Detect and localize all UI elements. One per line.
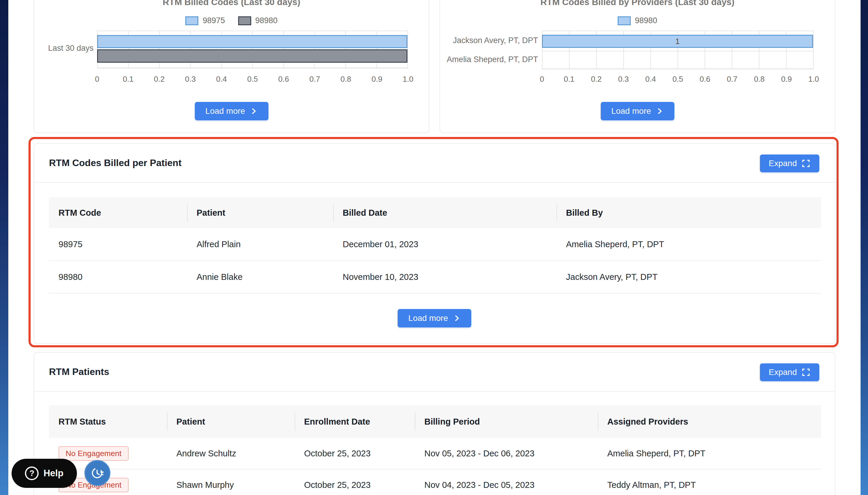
y-axis-category-label: Last 30 days <box>43 44 93 53</box>
dashboard-viewport: RTM Billed Codes (Last 30 days) 98975 98… <box>0 0 868 495</box>
table-row[interactable]: No Engagement Andrew Schultz October 25,… <box>49 438 821 470</box>
expand-button[interactable]: Expand <box>760 154 819 172</box>
column-header-billed-date: Billed Date <box>333 197 556 228</box>
x-tick: 0 <box>95 74 99 84</box>
table-row[interactable]: 98975 Alfred Plain December 01, 2023 Ame… <box>49 228 821 261</box>
help-button[interactable]: ? Help <box>12 459 77 488</box>
cell-billing-period: Nov 05, 2023 - Dec 06, 2023 <box>415 438 598 469</box>
x-tick: 0.6 <box>699 74 710 84</box>
y-axis-category-label: Amelia Sheperd, PT, DPT <box>440 55 538 64</box>
column-header-enrollment-date: Enrollment Date <box>295 405 415 438</box>
x-tick: 0.8 <box>341 74 351 84</box>
cell-patient: Annie Blake <box>187 261 333 293</box>
bar-jackson-avery: 1 <box>542 35 813 48</box>
x-tick: 1.0 <box>403 74 413 84</box>
legend-item-98980: 98980 <box>238 16 278 25</box>
legend-item-98980: 98980 <box>618 16 657 25</box>
cell-billed-date: November 10, 2023 <box>333 261 556 293</box>
x-tick: 0 <box>540 74 544 84</box>
legend-label: 98975 <box>202 16 225 25</box>
bar-98975 <box>97 35 407 48</box>
x-tick: 0.4 <box>645 74 656 84</box>
cell-enrollment-date: October 25, 2023 <box>295 470 415 495</box>
card-rtm-codes-by-providers-chart: RTM Codes Billed by Providers (Last 30 d… <box>440 0 835 133</box>
card-rtm-codes-billed-per-patient: RTM Codes Billed per Patient Expand RTM … <box>34 143 835 344</box>
expand-icon <box>801 159 810 168</box>
x-axis-ticks: 0 0.1 0.2 0.3 0.4 0.5 0.6 0.7 0.8 0.9 1.… <box>542 74 814 86</box>
load-more-button[interactable]: Load more <box>397 309 471 327</box>
legend-item-98975: 98975 <box>185 16 225 25</box>
chevron-right-icon <box>250 107 258 115</box>
column-header-rtm-code: RTM Code <box>49 197 187 228</box>
expand-button[interactable]: Expand <box>760 363 819 381</box>
chart-legend: 98980 <box>440 16 835 25</box>
bar-chart-plot-area: 1 <box>542 31 814 69</box>
table-row[interactable]: 98980 Annie Blake November 10, 2023 Jack… <box>49 261 821 293</box>
cell-billed-by: Jackson Avery, PT, DPT <box>556 261 821 293</box>
chevron-right-icon <box>453 314 461 322</box>
cell-billing-period: Nov 04, 2023 - Dec 05, 2023 <box>415 470 598 495</box>
section-title: RTM Codes Billed per Patient <box>49 156 181 170</box>
cell-patient: Shawn Murphy <box>167 470 295 495</box>
expand-icon <box>801 368 810 377</box>
chart-title: RTM Codes Billed by Providers (Last 30 d… <box>440 0 835 7</box>
card-header-divider <box>34 391 835 392</box>
x-tick: 0.1 <box>564 74 574 84</box>
cell-patient: Andrew Schultz <box>167 438 295 469</box>
rtm-patients-table: RTM Status Patient Enrollment Date Billi… <box>49 405 821 495</box>
expand-label: Expand <box>769 159 797 168</box>
legend-label: 98980 <box>635 16 657 25</box>
x-tick: 0.1 <box>123 74 134 84</box>
x-tick: 0.3 <box>618 74 628 84</box>
legend-swatch-blue <box>185 16 198 25</box>
column-header-patient: Patient <box>187 197 333 228</box>
x-tick: 0.2 <box>154 74 164 84</box>
column-header-billed-by: Billed By <box>556 197 821 228</box>
load-more-label: Load more <box>612 106 651 116</box>
card-rtm-billed-codes-chart: RTM Billed Codes (Last 30 days) 98975 98… <box>34 0 429 133</box>
column-header-rtm-status: RTM Status <box>49 405 167 438</box>
x-tick: 0.7 <box>727 74 737 84</box>
column-header-billing-period: Billing Period <box>415 405 598 438</box>
chart-title: RTM Billed Codes (Last 30 days) <box>34 0 429 7</box>
column-header-assigned-providers: Assigned Providers <box>598 405 821 438</box>
timer-history-button[interactable] <box>84 460 110 486</box>
x-tick: 0.5 <box>247 74 258 84</box>
status-badge-no-engagement: No Engagement <box>58 446 128 461</box>
billed-codes-table: RTM Code Patient Billed Date Billed By 9… <box>49 197 821 293</box>
cell-billed-date: December 01, 2023 <box>333 228 556 260</box>
legend-label: 98980 <box>255 16 278 25</box>
x-axis-ticks: 0 0.1 0.2 0.3 0.4 0.5 0.6 0.7 0.8 0.9 1.… <box>97 74 408 86</box>
clock-history-icon <box>91 466 104 480</box>
expand-label: Expand <box>769 368 797 377</box>
category-gridline <box>542 51 813 51</box>
column-header-patient: Patient <box>167 405 295 438</box>
load-more-label: Load more <box>206 106 245 116</box>
legend-swatch-gray <box>238 16 251 25</box>
x-tick: 1.0 <box>808 74 819 84</box>
chart-legend: 98975 98980 <box>34 16 429 25</box>
card-rtm-patients: RTM Patients Expand RTM Status Patient E… <box>34 352 835 495</box>
x-tick: 0.9 <box>781 74 792 84</box>
cell-billed-by: Amelia Sheperd, PT, DPT <box>556 228 821 260</box>
bar-98980 <box>97 49 407 63</box>
table-row[interactable]: No Engagement Shawn Murphy October 25, 2… <box>49 470 821 495</box>
load-more-label: Load more <box>408 313 448 323</box>
cell-assigned-providers: Teddy Altman, PT, DPT <box>598 470 821 495</box>
load-more-button[interactable]: Load more <box>601 102 674 120</box>
cell-rtm-code: 98975 <box>49 228 187 260</box>
x-tick: 0.5 <box>672 74 683 84</box>
section-title: RTM Patients <box>49 364 109 379</box>
cell-assigned-providers: Amelia Sheperd, PT, DPT <box>598 438 821 469</box>
cell-patient: Alfred Plain <box>187 228 333 260</box>
cell-rtm-code: 98980 <box>49 261 187 293</box>
question-mark-icon: ? <box>25 466 39 480</box>
x-tick: 0.4 <box>216 74 227 84</box>
cell-enrollment-date: October 25, 2023 <box>295 438 415 469</box>
bar-chart-plot-area <box>97 31 408 68</box>
y-axis-category-label: Jackson Avery, PT, DPT <box>440 36 538 45</box>
load-more-button[interactable]: Load more <box>195 102 268 120</box>
x-tick: 0.6 <box>278 74 289 84</box>
chevron-right-icon <box>656 107 663 115</box>
x-tick: 0.8 <box>754 74 765 84</box>
